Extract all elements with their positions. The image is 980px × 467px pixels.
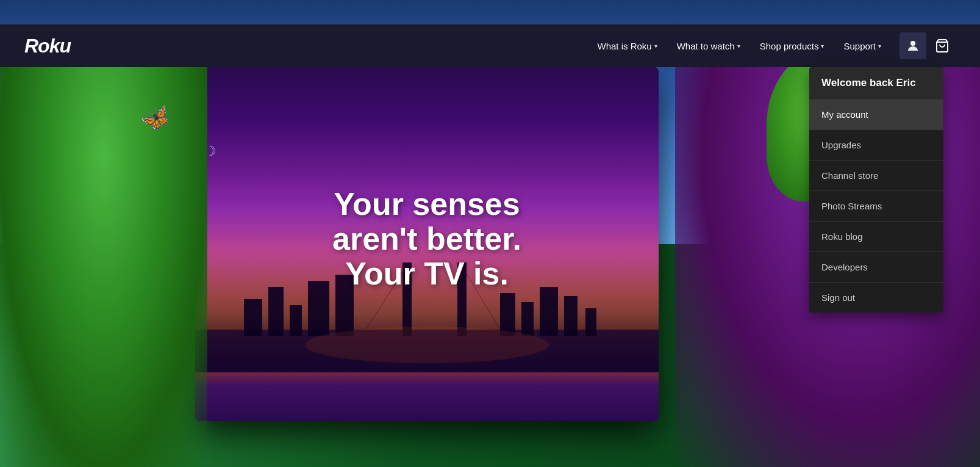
nav-what-to-watch[interactable]: What to watch ▾ — [668, 36, 749, 56]
nav-shop-products[interactable]: Shop products ▾ — [751, 36, 833, 56]
roku-logo[interactable]: Roku — [24, 35, 71, 57]
tv-screen: Your senses aren't better. Your TV is. — [195, 67, 659, 421]
dropdown-item-account[interactable]: My account — [809, 99, 943, 129]
moon-icon: ☽ — [204, 143, 216, 159]
tv-display: Your senses aren't better. Your TV is. — [195, 67, 659, 421]
chevron-down-icon: ▾ — [654, 43, 657, 49]
foliage-left — [0, 24, 207, 467]
nav-support[interactable]: Support ▾ — [835, 36, 890, 56]
dropdown-item-upgrades[interactable]: Upgrades — [809, 129, 943, 160]
svg-rect-16 — [585, 308, 596, 336]
account-dropdown: Welcome back Eric My account Upgrades Ch… — [809, 67, 943, 313]
tv-headline: Your senses aren't better. Your TV is. — [244, 187, 610, 292]
chevron-down-icon: ▾ — [737, 43, 740, 49]
cart-button[interactable] — [929, 32, 956, 59]
svg-rect-14 — [540, 287, 558, 336]
chevron-down-icon: ▾ — [878, 43, 881, 49]
dropdown-item-sign-out[interactable]: Sign out — [809, 282, 943, 313]
svg-rect-5 — [290, 305, 302, 336]
nav-what-is-roku[interactable]: What is Roku ▾ — [588, 36, 665, 56]
header: Roku What is Roku ▾ What to watch ▾ Shop… — [0, 24, 980, 67]
header-icons — [900, 32, 956, 59]
svg-rect-13 — [521, 302, 534, 336]
dropdown-item-roku-blog[interactable]: Roku blog — [809, 221, 943, 252]
dropdown-item-developers[interactable]: Developers — [809, 252, 943, 282]
svg-rect-3 — [244, 299, 262, 336]
dropdown-item-channel-store[interactable]: Channel store — [809, 160, 943, 190]
svg-point-17 — [305, 327, 549, 363]
user-icon — [906, 38, 920, 53]
svg-rect-15 — [564, 296, 578, 336]
account-button[interactable] — [900, 32, 926, 59]
svg-rect-4 — [268, 287, 284, 336]
chevron-down-icon: ▾ — [821, 43, 824, 49]
dropdown-greeting: Welcome back Eric — [809, 67, 943, 99]
svg-point-0 — [910, 41, 915, 46]
svg-rect-12 — [500, 293, 515, 336]
cart-icon — [935, 38, 950, 53]
main-nav: What is Roku ▾ What to watch ▾ Shop prod… — [588, 36, 890, 56]
dropdown-item-photo-streams[interactable]: Photo Streams — [809, 190, 943, 221]
